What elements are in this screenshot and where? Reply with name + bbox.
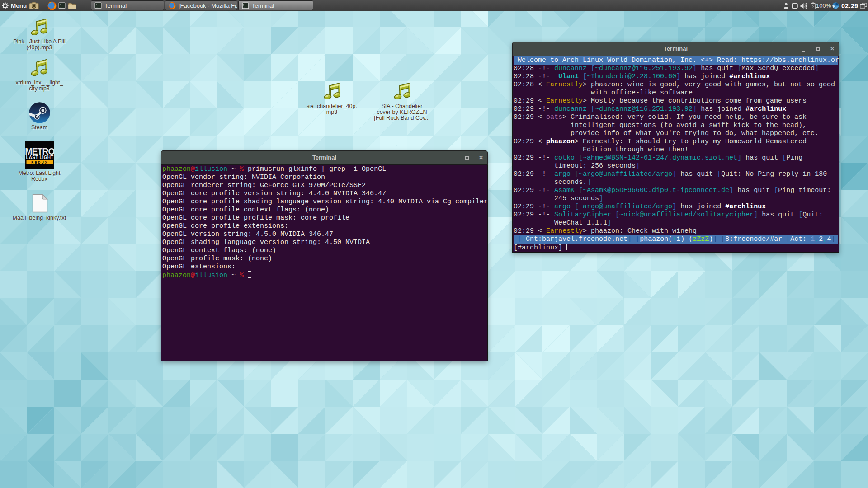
svg-text:REDUX: REDUX bbox=[31, 161, 48, 164]
svg-text:LAST LIGHT: LAST LIGHT bbox=[26, 155, 54, 160]
